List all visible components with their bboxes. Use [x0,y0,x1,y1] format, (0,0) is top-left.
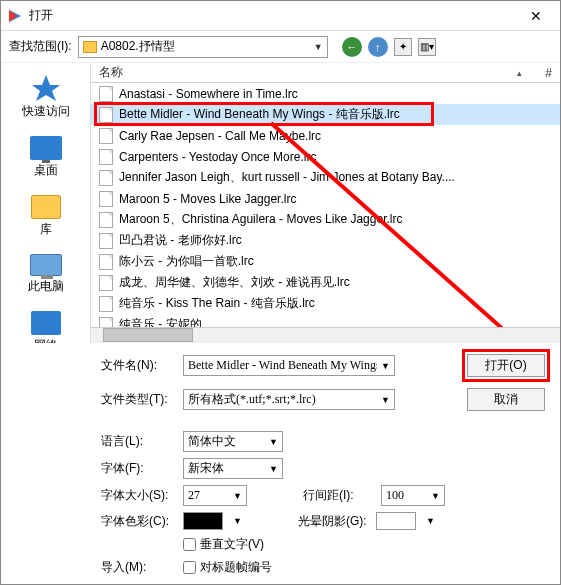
filetype-label: 文件类型(T): [101,391,173,408]
file-icon [99,128,113,144]
sidebar-item-label: 此电脑 [28,278,64,295]
file-row[interactable]: 陈小云 - 为你唱一首歌.lrc [91,251,560,272]
annotation-open-highlight: 打开(O) [462,349,550,382]
up-button[interactable]: ↑ [368,37,388,57]
file-icon [99,170,113,186]
chevron-down-icon: ▼ [381,361,390,371]
file-row[interactable]: Carpenters - Yestoday Once More.lrc [91,146,560,167]
new-folder-button[interactable]: ✦ [394,38,412,56]
open-button[interactable]: 打开(O) [467,354,545,377]
folder-combo[interactable]: A0802.抒情型 ▼ [78,36,328,58]
language-label: 语言(L): [101,433,173,450]
file-name: Carly Rae Jepsen - Call Me Maybe.lrc [119,129,321,143]
pc-icon [30,254,62,276]
file-name: 纯音乐 - Kiss The Rain - 纯音乐版.lrc [119,295,315,312]
vertical-text-checkbox[interactable]: 垂直文字(V) [183,536,264,553]
fontcolor-swatch[interactable] [183,512,223,530]
file-name: Maroon 5 - Moves Like Jagger.lrc [119,192,296,206]
font-combo[interactable]: 新宋体▼ [183,458,283,479]
view-menu-button[interactable]: ▥▾ [418,38,436,56]
file-name: 纯音乐 - 安妮的 [119,316,202,327]
sidebar: 快速访问 桌面 库 此电脑 网络 [1,63,91,343]
file-icon [99,254,113,270]
language-combo[interactable]: 简体中文▼ [183,431,283,452]
sidebar-item-quick[interactable]: 快速访问 [22,73,70,120]
file-row[interactable]: 纯音乐 - Kiss The Rain - 纯音乐版.lrc [91,293,560,314]
file-icon [99,233,113,249]
file-name: Jennifer Jason Leigh、kurt russell - Jim … [119,169,455,186]
file-icon [99,296,113,312]
fontsize-label: 字体大小(S): [101,487,173,504]
file-row[interactable]: Jennifer Jason Leigh、kurt russell - Jim … [91,167,560,188]
font-label: 字体(F): [101,460,173,477]
folder-icon [83,41,97,53]
sidebar-item-label: 桌面 [34,162,58,179]
file-icon [99,275,113,291]
file-name: 凹凸君说 - 老师你好.lrc [119,232,242,249]
quick-access-icon [30,73,62,101]
file-list[interactable]: Anastasi - Somewhere in Time.lrcBette Mi… [91,83,560,327]
svg-marker-1 [9,10,17,22]
list-header[interactable]: 名称 ▴ # [91,63,560,83]
lineheight-label: 行间距(I): [303,487,371,504]
fontcolor-label: 字体色彩(C): [101,513,173,530]
cancel-button[interactable]: 取消 [467,388,545,411]
sidebar-item-net[interactable]: 网络 [31,311,61,343]
file-name: Bette Midler - Wind Beneath My Wings - 纯… [119,106,400,123]
sidebar-item-lib[interactable]: 库 [31,195,61,238]
bottom-panel: 文件名(N): Bette Midler - Wind Beneath My W… [1,343,560,584]
filename-label: 文件名(N): [101,357,173,374]
lineheight-combo[interactable]: 100▼ [381,485,445,506]
filetype-combo[interactable]: 所有格式(*.utf;*.srt;*.lrc) ▼ [183,389,395,410]
sidebar-item-label: 快速访问 [22,103,70,120]
toolbar: 查找范围(I): A0802.抒情型 ▼ ← ↑ ✦ ▥▾ [1,31,560,63]
file-row[interactable]: 凹凸君说 - 老师你好.lrc [91,230,560,251]
column-hash: # [522,66,552,80]
file-row[interactable]: Bette Midler - Wind Beneath My Wings - 纯… [91,104,560,125]
window-title: 打开 [29,7,518,24]
library-icon [31,195,61,219]
sidebar-item-desktop[interactable]: 桌面 [30,136,62,179]
file-name: 成龙、周华健、刘德华、刘欢 - 难说再见.lrc [119,274,350,291]
shadow-label: 光晕阴影(G): [298,513,366,530]
file-icon [99,191,113,207]
file-row[interactable]: Maroon 5 - Moves Like Jagger.lrc [91,188,560,209]
file-icon [99,212,113,228]
folder-name: A0802.抒情型 [101,38,310,55]
desktop-icon [30,136,62,160]
chevron-down-icon: ▼ [314,42,323,52]
file-row[interactable]: Carly Rae Jepsen - Call Me Maybe.lrc [91,125,560,146]
shadow-swatch[interactable] [376,512,416,530]
import-label: 导入(M): [101,559,173,576]
app-icon [7,8,23,24]
file-row[interactable]: Maroon 5、Christina Aguilera - Moves Like… [91,209,560,230]
file-icon [99,317,113,328]
titlebar: 打开 ✕ [1,1,560,31]
file-row[interactable]: 纯音乐 - 安妮的 [91,314,560,327]
import-checkbox[interactable]: 对标题帧编号 [183,559,272,576]
sidebar-item-pc[interactable]: 此电脑 [28,254,64,295]
file-name: Anastasi - Somewhere in Time.lrc [119,87,298,101]
file-row[interactable]: Anastasi - Somewhere in Time.lrc [91,83,560,104]
file-icon [99,107,113,123]
file-row[interactable]: 成龙、周华健、刘德华、刘欢 - 难说再见.lrc [91,272,560,293]
sidebar-item-label: 库 [40,221,52,238]
file-name: Carpenters - Yestoday Once More.lrc [119,150,316,164]
back-button[interactable]: ← [342,37,362,57]
fontsize-combo[interactable]: 27▼ [183,485,247,506]
column-name: 名称 [99,64,517,81]
chevron-down-icon: ▼ [381,395,390,405]
lookin-label: 查找范围(I): [9,38,72,55]
file-icon [99,86,113,102]
network-icon [31,311,61,335]
file-name: 陈小云 - 为你唱一首歌.lrc [119,253,254,270]
file-icon [99,149,113,165]
horizontal-scrollbar[interactable] [91,327,560,343]
close-button[interactable]: ✕ [518,8,554,24]
file-name: Maroon 5、Christina Aguilera - Moves Like… [119,211,402,228]
filename-input[interactable]: Bette Midler - Wind Beneath My Wings ▼ [183,355,395,376]
svg-marker-2 [32,75,60,101]
